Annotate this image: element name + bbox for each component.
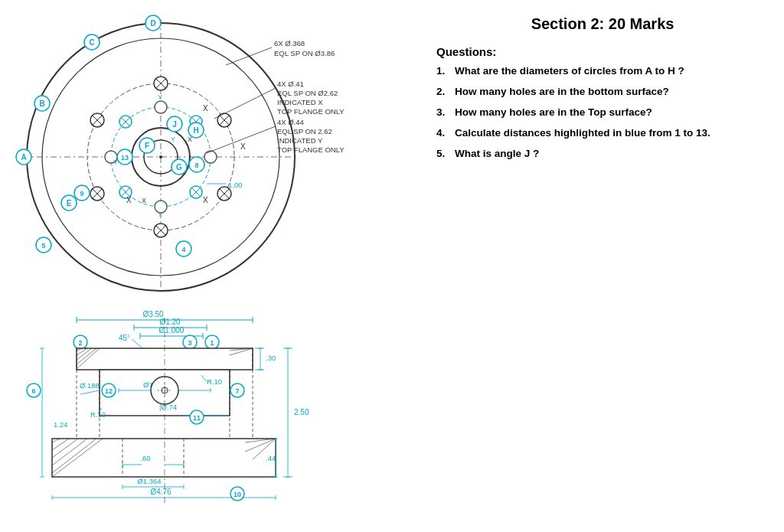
svg-text:5: 5 bbox=[41, 242, 45, 250]
svg-text:1: 1 bbox=[210, 339, 214, 347]
svg-text:7: 7 bbox=[235, 387, 239, 395]
list-item: 4. Calculate distances highlighted in bl… bbox=[436, 126, 769, 141]
svg-text:Y: Y bbox=[158, 93, 162, 101]
svg-text:X: X bbox=[126, 196, 132, 204]
svg-text:.60: .60 bbox=[140, 454, 150, 462]
svg-text:X: X bbox=[203, 196, 208, 204]
main-container: A B C D E F G H J Y bbox=[0, 0, 784, 532]
svg-text:Y: Y bbox=[158, 211, 162, 218]
svg-text:X: X bbox=[203, 104, 208, 113]
svg-text:10: 10 bbox=[234, 491, 241, 498]
list-item: 2. How many holes are in the bottom surf… bbox=[436, 85, 769, 100]
questions-section: Section 2: 20 Marks Questions: 1. What a… bbox=[429, 0, 784, 532]
svg-text:INDICATED X: INDICATED X bbox=[277, 98, 323, 106]
svg-text:EQL SP ON Ø3.86: EQL SP ON Ø3.86 bbox=[274, 49, 335, 57]
question-number: 5. bbox=[436, 147, 452, 162]
svg-rect-163 bbox=[52, 439, 276, 477]
svg-point-42 bbox=[155, 101, 167, 113]
svg-text:F: F bbox=[145, 142, 149, 150]
svg-text:R.10: R.10 bbox=[90, 410, 106, 419]
svg-text:8: 8 bbox=[194, 162, 198, 169]
svg-point-39 bbox=[204, 151, 217, 163]
svg-text:G: G bbox=[176, 163, 182, 171]
svg-text:Ø4.76: Ø4.76 bbox=[150, 488, 172, 496]
question-number: 2. bbox=[436, 85, 452, 100]
svg-text:X: X bbox=[188, 135, 192, 143]
list-item: 1. What are the diameters of circles fro… bbox=[436, 64, 769, 79]
question-text: How many holes are in the Top surface? bbox=[455, 106, 652, 120]
svg-text:EQL SP ON Ø2.62: EQL SP ON Ø2.62 bbox=[277, 89, 338, 97]
svg-text:13: 13 bbox=[121, 154, 129, 162]
svg-text:11: 11 bbox=[193, 414, 201, 422]
question-text: How many holes are in the bottom surface… bbox=[455, 85, 669, 100]
svg-text:Ø.188: Ø.188 bbox=[80, 381, 100, 390]
svg-text:X: X bbox=[240, 142, 246, 151]
svg-text:TOP FLANGE ONLY: TOP FLANGE ONLY bbox=[277, 145, 345, 154]
svg-text:R.10: R.10 bbox=[207, 377, 222, 386]
svg-text:4: 4 bbox=[181, 246, 185, 253]
svg-line-81 bbox=[226, 47, 272, 65]
svg-text:3: 3 bbox=[188, 339, 191, 347]
svg-text:4X  Ø.44: 4X Ø.44 bbox=[277, 118, 304, 126]
svg-text:Y: Y bbox=[171, 135, 175, 143]
svg-text:TOP FLANGE ONLY: TOP FLANGE ONLY bbox=[277, 107, 345, 116]
svg-text:E: E bbox=[67, 199, 72, 207]
svg-text:6X Ø.368: 6X Ø.368 bbox=[274, 39, 305, 47]
svg-text:Y: Y bbox=[113, 158, 118, 166]
drawing-section: A B C D E F G H J Y bbox=[0, 0, 429, 532]
svg-text:9: 9 bbox=[80, 190, 83, 197]
svg-text:1.00: 1.00 bbox=[228, 181, 243, 189]
question-text: What are the diameters of circles from A… bbox=[455, 64, 684, 79]
list-item: 5. What is angle J ? bbox=[436, 147, 769, 162]
svg-text:Ø1.000: Ø1.000 bbox=[159, 326, 185, 335]
svg-text:.44: .44 bbox=[266, 454, 276, 462]
svg-text:H: H bbox=[193, 126, 198, 135]
svg-text:12: 12 bbox=[105, 387, 113, 395]
svg-text:X: X bbox=[142, 197, 146, 204]
question-text: What is angle J ? bbox=[455, 147, 539, 162]
question-number: 4. bbox=[436, 126, 452, 141]
svg-text:45°: 45° bbox=[119, 334, 130, 342]
svg-text:B: B bbox=[39, 100, 44, 108]
svg-text:EQL SP ON  2.62: EQL SP ON 2.62 bbox=[277, 127, 332, 135]
question-text: Calculate distances highlighted in blue … bbox=[455, 126, 710, 141]
svg-text:C: C bbox=[89, 38, 94, 47]
question-number: 3. bbox=[436, 106, 452, 120]
section-title: Section 2: 20 Marks bbox=[436, 15, 769, 33]
svg-text:1.24: 1.24 bbox=[54, 420, 68, 429]
svg-text:A: A bbox=[21, 153, 26, 162]
svg-text:.30: .30 bbox=[266, 354, 276, 362]
svg-line-142 bbox=[80, 390, 100, 394]
svg-text:D: D bbox=[150, 19, 155, 28]
svg-text:INDICATED Y: INDICATED Y bbox=[277, 136, 323, 145]
svg-text:J: J bbox=[172, 120, 177, 129]
questions-label: Questions: bbox=[436, 45, 769, 58]
svg-text:6: 6 bbox=[31, 387, 35, 395]
svg-text:2: 2 bbox=[78, 339, 82, 347]
svg-text:4X  Ø.41: 4X Ø.41 bbox=[277, 80, 304, 88]
svg-text:2.50: 2.50 bbox=[294, 408, 309, 416]
question-number: 1. bbox=[436, 64, 452, 79]
svg-text:Ø1.364: Ø1.364 bbox=[137, 477, 161, 485]
list-item: 3. How many holes are in the Top surface… bbox=[436, 106, 769, 120]
svg-text:Ø1.20: Ø1.20 bbox=[159, 318, 181, 326]
svg-text:|Ø.74: |Ø.74 bbox=[159, 403, 177, 411]
questions-list: 1. What are the diameters of circles fro… bbox=[436, 64, 769, 161]
